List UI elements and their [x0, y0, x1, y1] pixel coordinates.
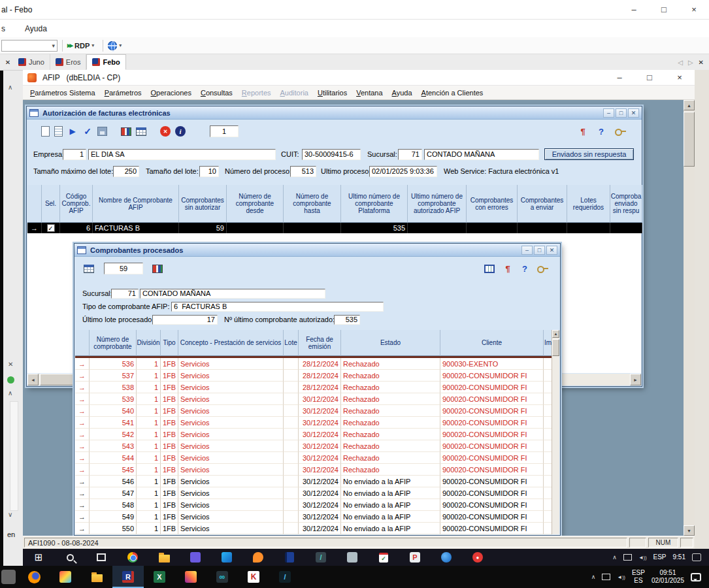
new-document-icon[interactable]	[41, 126, 50, 137]
auth-row-cell[interactable]: ✓	[42, 223, 60, 233]
scroll-down-icon[interactable]: ▼	[684, 525, 695, 536]
table-row[interactable]: →53811FBServicios28/12/2024Rechazado9000…	[75, 382, 553, 393]
volume-icon[interactable]: ◄	[638, 555, 647, 561]
file-explorer-app[interactable]	[148, 549, 180, 566]
table-row[interactable]: →54811FBServicios30/12/2024No enviado a …	[75, 499, 553, 511]
properties-icon[interactable]	[54, 126, 63, 137]
auth-header-cell[interactable]: Número de comprobante hasta	[284, 185, 341, 223]
key-icon[interactable]	[537, 263, 549, 274]
chat-app[interactable]	[242, 549, 274, 566]
menu-item-reportes[interactable]: Reportes	[237, 86, 276, 100]
info-icon[interactable]: i	[175, 126, 186, 137]
minimize-button[interactable]: –	[521, 246, 533, 255]
scroll-up-icon[interactable]: ▲	[552, 330, 559, 338]
clock[interactable]: 9:51	[673, 553, 685, 562]
globe-icon[interactable]	[108, 41, 117, 50]
sidebar-scrollbar[interactable]	[10, 401, 18, 511]
proc-header-cell[interactable]: Número de comprobante	[90, 330, 137, 356]
scroll-right-icon[interactable]: ►	[630, 374, 641, 385]
auth-header-cell[interactable]: Código Comprob. AFIP	[60, 185, 93, 223]
help-icon[interactable]: ?	[597, 126, 605, 137]
partial-app-icon[interactable]	[1, 570, 16, 584]
cancel-icon[interactable]: ✕	[160, 126, 171, 137]
tab-febo[interactable]: Febo	[86, 54, 125, 70]
row-checkbox[interactable]: ✓	[47, 224, 55, 232]
table-row[interactable]: →54111FBServicios30/12/2024Rechazado9000…	[75, 417, 553, 429]
save-icon[interactable]	[97, 127, 107, 136]
menu-item-operaciones[interactable]: Operaciones	[146, 86, 196, 100]
action-center-icon[interactable]	[692, 553, 701, 561]
start-button[interactable]: ⊞	[23, 549, 54, 566]
table-row[interactable]: →55011FBServicios30/12/2024No enviado a …	[75, 523, 553, 534]
proc-header-cell[interactable]: Cliente	[440, 330, 544, 356]
table-report-icon[interactable]	[136, 127, 146, 136]
maximize-button[interactable]: □	[616, 108, 627, 118]
table-row[interactable]: →54511FBServicios30/12/2024Rechazado9000…	[75, 464, 553, 476]
auth-header-cell[interactable]	[27, 185, 42, 223]
sucursal-name-field[interactable]: CONTADO MAÑANA	[424, 149, 539, 160]
enviados-sin-respuesta-button[interactable]: Enviados sin respuesta	[544, 148, 634, 160]
table-row[interactable]: →53611FBServicios28/12/2024Rechazado9000…	[75, 358, 553, 370]
table-row[interactable]: →54311FBServicios30/12/2024Rechazado9000…	[75, 440, 553, 452]
table-row[interactable]: →53711FBServicios28/12/2024Rechazado9000…	[75, 370, 553, 382]
minimize-button[interactable]: –	[604, 70, 635, 85]
menu-partial[interactable]: s	[1, 24, 5, 33]
close-icon[interactable]: ✕	[8, 361, 13, 368]
empresa-number-field[interactable]: 1	[63, 149, 86, 160]
menu-item-auditoria[interactable]: Auditoria	[276, 86, 313, 100]
empresa-name-field[interactable]: EL DIA SA	[88, 149, 276, 160]
tab-juno[interactable]: Juno	[13, 54, 50, 70]
menu-item-utilitarios[interactable]: Utilitarios	[313, 86, 352, 100]
menu-item-atenci-n-a-clientes[interactable]: Atención a Clientes	[417, 86, 488, 100]
infinity-app[interactable]: ∞	[206, 566, 238, 588]
blue-browser-app[interactable]	[431, 549, 462, 566]
auth-header-cell[interactable]: Comprobantes sin autorizar	[179, 185, 227, 223]
mdi-vertical-scrollbar[interactable]: ▲ ▼	[684, 100, 695, 536]
purple-app[interactable]	[180, 549, 211, 566]
clock[interactable]: 09:5102/01/2025	[651, 569, 684, 585]
sucursal-name-field[interactable]: CONTADO MAÑANA	[140, 289, 325, 299]
chevron-down-icon[interactable]: ∨	[8, 511, 12, 518]
chevron-down-icon[interactable]: ▾	[119, 42, 122, 48]
maximize-button[interactable]: □	[534, 246, 545, 255]
process-counter-field[interactable]: 1	[210, 125, 239, 137]
task-view-button[interactable]	[86, 549, 117, 566]
table-row[interactable]: →54911FBServicios30/12/2024No enviado a …	[75, 511, 553, 523]
chevron-down-icon[interactable]: ▾	[91, 42, 94, 48]
proc-header-cell[interactable]: Estado	[341, 330, 440, 356]
auth-selected-row[interactable]: →✓6FACTURAS B59535	[27, 223, 642, 233]
menu-item-ventana[interactable]: Ventana	[352, 86, 387, 100]
notebook-app[interactable]	[274, 549, 305, 566]
tab-next-icon[interactable]: ▷	[688, 59, 693, 66]
cuit-field[interactable]: 30-50009415-6	[302, 149, 361, 160]
autorizado-field[interactable]: 535	[334, 315, 360, 325]
pen2-app[interactable]: /	[269, 566, 301, 588]
auth-header-cell[interactable]: Comprobantes con errores	[467, 185, 518, 223]
sucursal-number-field[interactable]: 71	[111, 289, 139, 299]
network-icon[interactable]	[602, 574, 610, 580]
sucursal-number-field[interactable]: 71	[398, 149, 422, 160]
tipo-comprobante-field[interactable]: 6 FACTURAS B	[171, 302, 384, 312]
maximize-button[interactable]: □	[649, 0, 679, 19]
ledger-icon[interactable]	[121, 127, 131, 136]
excel-app[interactable]: X	[144, 566, 175, 588]
language-indicator[interactable]: ESPES	[632, 569, 645, 585]
scrollbar-thumb[interactable]	[684, 112, 695, 167]
table-row[interactable]: →54211FBServicios30/12/2024Rechazado9000…	[75, 429, 553, 440]
tray-chevron-icon[interactable]: ∧	[591, 574, 596, 580]
tab-eros[interactable]: Eros	[50, 54, 87, 70]
table-row[interactable]: →54011FBServicios30/12/2024Rechazado9000…	[75, 405, 553, 417]
notification-icon[interactable]	[691, 573, 701, 581]
proc-header-cell[interactable]: Fecha de emisión	[299, 330, 341, 356]
search-button[interactable]	[54, 549, 86, 566]
close-button[interactable]: ✕	[546, 246, 557, 255]
proceso-field[interactable]: 513	[290, 166, 316, 177]
k-app[interactable]: K	[238, 566, 269, 588]
table-row[interactable]: →54411FBServicios30/12/2024Rechazado9000…	[75, 452, 553, 464]
paint-app[interactable]: P	[399, 549, 431, 566]
chrome-app[interactable]	[117, 549, 148, 566]
auth-header-cell[interactable]: Comproba enviado sin respu	[610, 185, 642, 223]
chevron-up-icon[interactable]: ∧	[8, 84, 12, 91]
ultimo-lote-field[interactable]: 17	[152, 315, 218, 325]
proc-header-cell[interactable]: División	[137, 330, 161, 356]
